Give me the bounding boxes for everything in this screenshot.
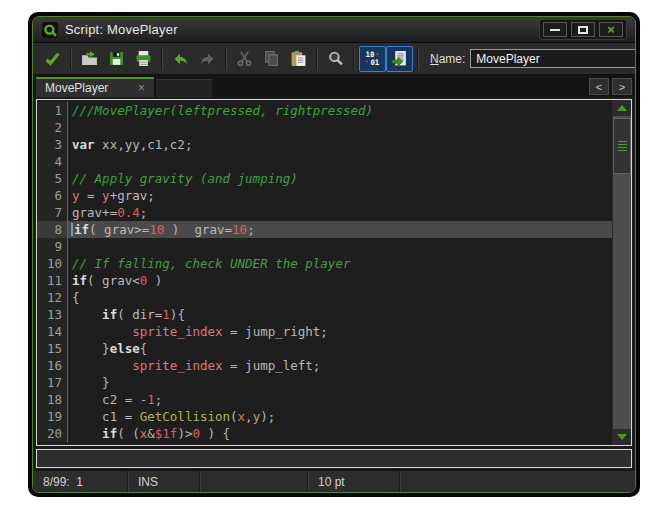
code-line-text[interactable]: // If falling, check UNDER the player	[67, 255, 612, 272]
script-name-input[interactable]	[470, 49, 636, 68]
arrow-up-icon	[617, 105, 627, 111]
save-icon	[108, 50, 125, 67]
code-line: 16 sprite_index = jump_left;	[37, 357, 612, 374]
undo-icon	[172, 50, 189, 67]
code-line: 9	[37, 238, 612, 255]
maximize-button[interactable]	[571, 22, 595, 37]
code-line-text[interactable]: c1 = GetCollision(x,y);	[67, 408, 612, 425]
code-line-text[interactable]: }	[67, 374, 612, 391]
tab-empty[interactable]	[156, 79, 212, 97]
line-number: 14	[37, 323, 67, 340]
print-button[interactable]	[130, 46, 157, 72]
line-number: 20	[37, 425, 67, 442]
line-number: 16	[37, 357, 67, 374]
code-line-text[interactable]: {	[67, 289, 612, 306]
search-button[interactable]	[322, 46, 349, 72]
undo-button[interactable]	[167, 46, 194, 72]
code-area[interactable]: 1///MovePlayer(leftpressed, rightpressed…	[37, 100, 612, 445]
gamemaker-logo-icon	[42, 22, 58, 38]
goto-line-button[interactable]	[386, 46, 413, 72]
tab-close-icon[interactable]: ×	[138, 81, 145, 95]
ok-button[interactable]	[39, 46, 66, 72]
svg-text:01: 01	[370, 58, 379, 67]
vertical-scrollbar[interactable]	[612, 100, 631, 445]
toolbar-separator	[316, 48, 318, 70]
save-button[interactable]	[103, 46, 130, 72]
code-line-text[interactable]	[67, 153, 612, 170]
line-number: 19	[37, 408, 67, 425]
code-line-text[interactable]: sprite_index = jump_left;	[67, 357, 612, 374]
code-line-text[interactable]: ///MovePlayer(leftpressed, rightpressed)	[67, 102, 612, 119]
code-line-text[interactable]: if( grav>=10 ) grav=10;	[67, 221, 612, 238]
code-line-text[interactable]: y = y+grav;	[67, 187, 612, 204]
redo-button[interactable]	[194, 46, 221, 72]
cut-button[interactable]	[231, 46, 258, 72]
line-number: 11	[37, 272, 67, 289]
status-cell-1: INS	[128, 471, 200, 492]
goto-line-icon	[391, 50, 408, 67]
code-line-text[interactable]: var xx,yy,c1,c2;	[67, 136, 612, 153]
line-number: 3	[37, 136, 67, 153]
code-line-text[interactable]: if( (x&$1f)>0 ) {	[67, 425, 612, 442]
line-number: 2	[37, 119, 67, 136]
search-icon	[327, 50, 344, 67]
title-bar[interactable]: Script: MovePlayer ×	[33, 17, 635, 43]
code-line: 5// Apply gravity (and jumping)	[37, 170, 612, 187]
line-number: 13	[37, 306, 67, 323]
toolbar-separator	[353, 48, 355, 70]
code-line-text[interactable]	[67, 238, 612, 255]
window-body: Script: MovePlayer × 1001Name:	[32, 16, 636, 493]
code-line: 10// If falling, check UNDER the player	[37, 255, 612, 272]
code-line-text[interactable]: grav+=0.4;	[67, 204, 612, 221]
open-folder-icon	[81, 50, 98, 67]
scroll-up-button[interactable]	[613, 100, 631, 116]
ok-check-icon	[44, 50, 61, 67]
line-number: 8	[37, 221, 67, 238]
window-title: Script: MovePlayer	[65, 22, 178, 37]
code-line-text[interactable]: // Apply gravity (and jumping)	[67, 170, 612, 187]
toolbar-separator	[417, 48, 419, 70]
paste-button[interactable]	[285, 46, 312, 72]
text-cursor	[71, 223, 73, 236]
window-controls: ×	[539, 19, 627, 40]
copy-button[interactable]	[258, 46, 285, 72]
thumb-grip-line	[618, 141, 627, 142]
scrollbar-thumb[interactable]	[613, 118, 631, 174]
toolbar: 1001Name:	[33, 43, 635, 75]
arrow-down-icon	[617, 434, 627, 440]
status-cell-2	[200, 471, 308, 492]
toggle-line-numbers-button[interactable]: 1001	[359, 46, 386, 72]
tab-next-button[interactable]: >	[612, 78, 632, 95]
copy-icon	[263, 50, 280, 67]
line-number: 15	[37, 340, 67, 357]
code-line: 3var xx,yy,c1,c2;	[37, 136, 612, 153]
minimize-button[interactable]	[543, 22, 567, 37]
code-line: 18 c2 = -1;	[37, 391, 612, 408]
code-line: 7grav+=0.4;	[37, 204, 612, 221]
code-line-text[interactable]: c2 = -1;	[67, 391, 612, 408]
load-button[interactable]	[76, 46, 103, 72]
bottom-panel	[36, 449, 632, 468]
code-line-text[interactable]: }else{	[67, 340, 612, 357]
scroll-down-button[interactable]	[613, 429, 631, 445]
line-number: 10	[37, 255, 67, 272]
tab-moveplayer[interactable]: MovePlayer ×	[36, 77, 154, 97]
line-number: 18	[37, 391, 67, 408]
code-line-text[interactable]: sprite_index = jump_right;	[67, 323, 612, 340]
code-line-text[interactable]	[67, 119, 612, 136]
scrollbar-track[interactable]	[613, 174, 631, 429]
tab-scroll-buttons: < >	[589, 78, 632, 97]
close-button[interactable]: ×	[599, 22, 623, 37]
code-line: 4	[37, 153, 612, 170]
toolbar-separator	[225, 48, 227, 70]
code-line-text[interactable]: if( grav<0 )	[67, 272, 612, 289]
close-icon: ×	[607, 25, 615, 35]
tab-bar: MovePlayer × < >	[33, 75, 635, 97]
code-line: 6y = y+grav;	[37, 187, 612, 204]
code-line: 2	[37, 119, 612, 136]
code-line-text[interactable]: if( dir=1){	[67, 306, 612, 323]
tab-label: MovePlayer	[45, 81, 108, 95]
tab-prev-button[interactable]: <	[589, 78, 609, 95]
code-line: 13 if( dir=1){	[37, 306, 612, 323]
line-number: 17	[37, 374, 67, 391]
